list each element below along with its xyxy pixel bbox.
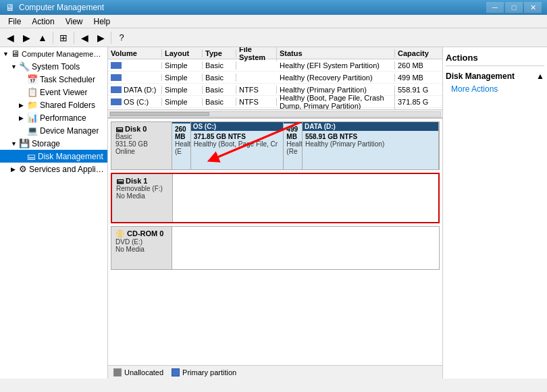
cdrom-0-label: 📀 CD-ROM 0 DVD (E:) No Media <box>111 227 172 269</box>
volume-indicator <box>111 62 122 69</box>
table-row[interactable]: OS (C:) Simple Basic NTFS Healthy (Boot,… <box>108 96 442 108</box>
legend-primary-label: Primary partition <box>182 368 236 376</box>
toolbar: ◀ ▶ ▲ ⊞ ◀ ▶ ? <box>0 28 547 47</box>
legend-unallocated-label: Unallocated <box>124 368 163 376</box>
toolbar-separator-1 <box>53 32 53 44</box>
col-header-layout: Layout <box>162 49 203 57</box>
cdrom-0-row[interactable]: 📀 CD-ROM 0 DVD (E:) No Media <box>111 226 440 270</box>
sidebar-item-performance[interactable]: ▶ 📊 Performance <box>0 111 107 124</box>
back2-button[interactable]: ◀ <box>77 30 92 45</box>
tree-expand-arrow: ▼ <box>11 63 19 70</box>
scroll-thumb <box>110 112 209 116</box>
col-header-capacity: Capacity <box>395 49 442 57</box>
forward2-button[interactable]: ▶ <box>93 30 108 45</box>
performance-icon: 📊 <box>27 113 38 123</box>
horizontal-scrollbar[interactable] <box>108 109 442 117</box>
actions-title: Actions <box>446 50 544 66</box>
disk-1-row[interactable]: 🖴 Disk 1 Removable (F:) No Media <box>111 173 440 223</box>
sidebar-label: Services and Applications <box>29 165 105 174</box>
table-row[interactable]: Simple Basic Healthy (Recovery Partition… <box>108 72 442 84</box>
title-bar: 🖥 Computer Management ─ □ ✕ <box>0 0 547 15</box>
actions-section: Disk Management ▲ <box>446 69 544 82</box>
tools-icon: 🔧 <box>19 61 30 72</box>
sidebar-label: Performance <box>40 113 86 123</box>
menu-file[interactable]: File <box>3 16 26 28</box>
sidebar-label: Event Viewer <box>40 88 87 97</box>
actions-section-title-label: Disk Management <box>446 72 515 81</box>
window-controls: ─ □ ✕ <box>486 2 542 13</box>
minimize-button[interactable]: ─ <box>486 2 504 13</box>
content-area: Volume Layout Type File System Status Ca… <box>108 47 442 379</box>
folder-icon: 📁 <box>27 100 38 110</box>
back-button[interactable]: ◀ <box>3 30 18 45</box>
toolbar-separator-3 <box>111 32 111 44</box>
help-button[interactable]: ? <box>114 30 129 45</box>
sidebar-item-computer-management[interactable]: ▼ 🖥 Computer Management (Loca <box>0 47 107 60</box>
sidebar-item-event-viewer[interactable]: 📋 Event Viewer <box>0 86 107 99</box>
cdrom-0-no-media <box>172 227 439 269</box>
tree-expand-arrow: ▼ <box>3 51 11 57</box>
sidebar-item-task-scheduler[interactable]: 📅 Task Scheduler <box>0 73 107 86</box>
tree-expand-arrow: ▶ <box>19 115 27 121</box>
scroll-track <box>109 111 441 117</box>
tree-expand-arrow: ▶ <box>19 102 27 109</box>
device-icon: 💻 <box>27 125 38 136</box>
sidebar-item-system-tools[interactable]: ▼ 🔧 System Tools <box>0 60 107 73</box>
volume-indicator <box>111 99 122 105</box>
col-header-volume: Volume <box>108 49 162 57</box>
sidebar-label: Shared Folders <box>40 101 95 110</box>
scheduler-icon: 📅 <box>27 74 38 84</box>
disk-0-partitions: 260 MB Healthy (E OS (C:) 371.85 GB NTFS… <box>172 122 439 169</box>
sidebar-label: Computer Management (Loca <box>22 50 105 58</box>
legend-primary-box <box>172 368 180 376</box>
maximize-button[interactable]: □ <box>505 2 523 13</box>
menu-view[interactable]: View <box>60 16 88 28</box>
menu-bar: File Action View Help <box>0 15 547 28</box>
partition-recovery[interactable]: 499 MB Healthy (Re <box>284 122 303 169</box>
services-icon: ⚙ <box>19 164 27 174</box>
sidebar-label: Disk Management <box>38 152 103 161</box>
show-hide-button[interactable]: ⊞ <box>56 30 71 45</box>
sidebar-item-disk-management[interactable]: 🖴 Disk Management <box>0 150 107 163</box>
menu-action[interactable]: Action <box>26 16 59 28</box>
sidebar-label: Storage <box>32 139 60 148</box>
disk-icon: 🖴 <box>27 151 36 161</box>
main-container: ▼ 🖥 Computer Management (Loca ▼ 🔧 System… <box>0 47 547 379</box>
sidebar-item-services[interactable]: ▶ ⚙ Services and Applications <box>0 163 107 175</box>
actions-panel: Actions Disk Management ▲ More Actions <box>442 47 547 379</box>
menu-help[interactable]: Help <box>88 16 116 28</box>
sidebar-label: Task Scheduler <box>40 75 95 84</box>
disk-visual-area[interactable]: 🖴 Disk 0 Basic 931.50 GB Online 260 MB H… <box>108 118 442 365</box>
table-body: Simple Basic Healthy (EFI System Partiti… <box>108 59 442 109</box>
more-actions-link[interactable]: More Actions <box>446 82 544 96</box>
volume-indicator <box>111 86 122 93</box>
disk-0-label: 🖴 Disk 0 Basic 931.50 GB Online <box>111 122 172 169</box>
sidebar-label: Device Manager <box>40 126 99 136</box>
sidebar-item-storage[interactable]: ▼ 💾 Storage <box>0 137 107 150</box>
partition-os[interactable]: OS (C:) 371.85 GB NTFS Healthy (Boot, Pa… <box>191 122 284 169</box>
close-button[interactable]: ✕ <box>524 2 542 13</box>
toolbar-separator-2 <box>74 32 74 44</box>
table-row[interactable]: Simple Basic Healthy (EFI System Partiti… <box>108 59 442 72</box>
partition-data[interactable]: DATA (D:) 558.91 GB NTFS Healthy (Primar… <box>303 122 439 169</box>
forward-button[interactable]: ▶ <box>19 30 34 45</box>
legend-unallocated-box <box>113 368 122 376</box>
partition-table: Volume Layout Type File System Status Ca… <box>108 47 442 118</box>
computer-icon: 🖥 <box>11 49 20 59</box>
legend-unallocated: Unallocated <box>113 368 163 376</box>
event-icon: 📋 <box>27 87 38 97</box>
chevron-up-icon: ▲ <box>536 72 544 81</box>
status-bar: Unallocated Primary partition <box>108 365 442 379</box>
disk-1-label: 🖴 Disk 1 Removable (F:) No Media <box>112 174 173 222</box>
sidebar-item-shared-folders[interactable]: ▶ 📁 Shared Folders <box>0 99 107 111</box>
tree-expand-arrow: ▼ <box>11 140 19 147</box>
app-icon: 🖥 <box>5 2 15 13</box>
up-button[interactable]: ▲ <box>35 30 50 45</box>
table-header-row: Volume Layout Type File System Status Ca… <box>108 47 442 59</box>
storage-icon: 💾 <box>19 138 30 148</box>
window-title: Computer Management <box>19 3 486 12</box>
sidebar: ▼ 🖥 Computer Management (Loca ▼ 🔧 System… <box>0 47 108 379</box>
sidebar-item-device-manager[interactable]: 💻 Device Manager <box>0 124 107 137</box>
tree-expand-arrow: ▶ <box>11 166 19 173</box>
partition-efi[interactable]: 260 MB Healthy (E <box>172 122 191 169</box>
